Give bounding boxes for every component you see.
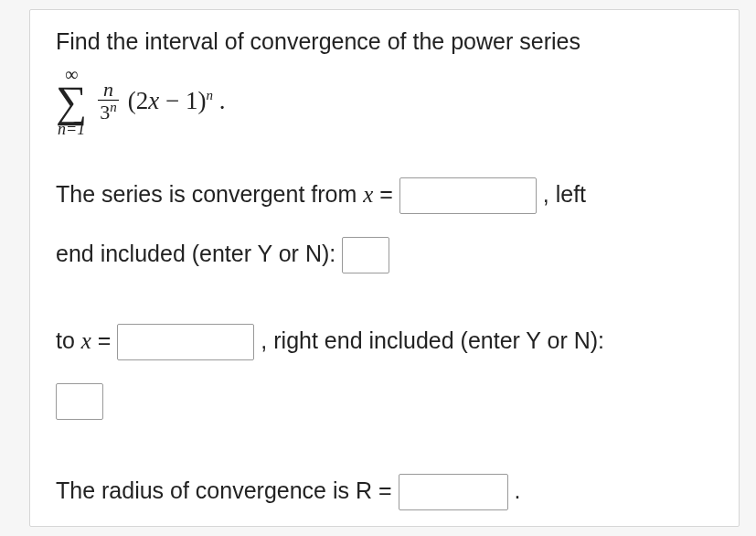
sigma-lower-limit: n=1 <box>58 121 85 137</box>
var-x-1: x <box>363 182 373 207</box>
text-radius: The radius of convergence is R = <box>56 477 399 503</box>
text-convergent-from: The series is convergent from <box>56 181 363 207</box>
series-formula: ∞ ∑ n=1 n 3n (2x − 1)n . <box>56 65 713 137</box>
expression-body: (2x − 1)n . <box>128 81 226 121</box>
text-period: . <box>514 477 520 503</box>
to-block: to x = , right end included (enter Y or … <box>56 311 713 430</box>
sigma-symbol: ∑ <box>56 83 87 121</box>
sigma-block: ∞ ∑ n=1 <box>56 65 87 137</box>
input-left-end-yn[interactable] <box>342 237 389 273</box>
text-right-end-included: , right end included (enter Y or N): <box>261 327 604 353</box>
input-from-x[interactable] <box>399 177 537 214</box>
input-radius[interactable] <box>399 474 508 510</box>
question-panel: Find the interval of convergence of the … <box>29 9 740 527</box>
fraction-denominator: 3n <box>98 101 119 123</box>
text-left-end-included: end included (enter Y or N): <box>56 241 342 266</box>
input-right-end-yn[interactable] <box>56 383 103 420</box>
text-left: , left <box>543 181 586 207</box>
fraction: n 3n <box>98 79 119 123</box>
fraction-numerator: n <box>100 79 117 100</box>
input-to-x[interactable] <box>117 324 254 360</box>
question-prompt: Find the interval of convergence of the … <box>56 23 713 59</box>
from-block: The series is convergent from x = , left… <box>56 165 713 284</box>
text-to: to <box>56 327 81 353</box>
radius-line: The radius of convergence is R = . <box>56 461 713 520</box>
var-x-2: x <box>81 328 91 353</box>
